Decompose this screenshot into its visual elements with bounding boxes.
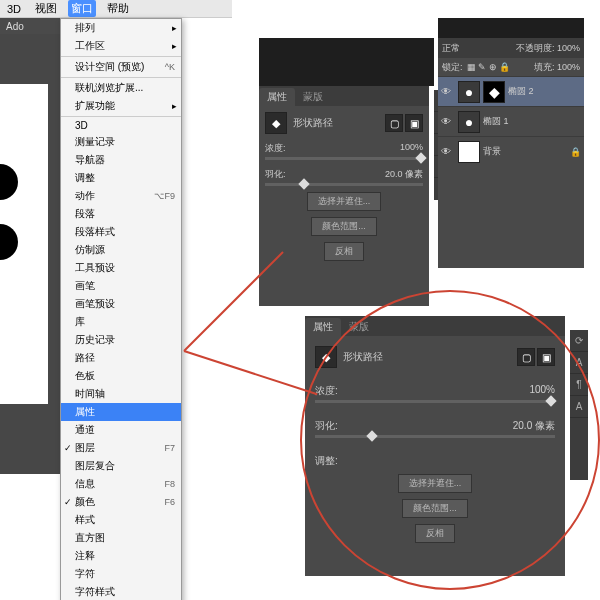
menu-item[interactable]: 时间轴: [61, 385, 181, 403]
layer-name[interactable]: 椭圆 1: [483, 115, 509, 128]
vector-mask-icon[interactable]: ▣: [405, 114, 423, 132]
menu-item[interactable]: 直方图: [61, 529, 181, 547]
adjust-label: 调整:: [315, 454, 338, 468]
menu-item[interactable]: 动作⌥F9: [61, 187, 181, 205]
menu-item[interactable]: 工作区: [61, 37, 181, 55]
menu-item[interactable]: 测量记录: [61, 133, 181, 151]
glyph-icon[interactable]: A: [570, 396, 588, 418]
menu-item[interactable]: 工具预设: [61, 259, 181, 277]
layer-item[interactable]: 👁 ● ◆ 椭圆 2: [438, 76, 584, 106]
shape-path-label: 形状路径: [293, 116, 333, 130]
menu-item[interactable]: 属性: [61, 403, 181, 421]
menu-item[interactable]: 通道: [61, 421, 181, 439]
pixel-mask-icon[interactable]: ▢: [517, 348, 535, 366]
select-and-mask-button[interactable]: 选择并遮住...: [307, 192, 382, 211]
lock-icon: 🔒: [570, 147, 581, 157]
mask-thumb: ◆: [483, 81, 505, 103]
para-icon[interactable]: ¶: [570, 374, 588, 396]
invert-button[interactable]: 反相: [415, 524, 455, 543]
feather-value: 20.0 像素: [513, 419, 555, 433]
tab-mask[interactable]: 蒙版: [295, 88, 331, 106]
menu-item[interactable]: 颜色F6: [61, 493, 181, 511]
layer-item[interactable]: 👁 背景 🔒: [438, 136, 584, 166]
color-range-button[interactable]: 颜色范围...: [311, 217, 377, 236]
char-icon[interactable]: A: [570, 352, 588, 374]
menu-item[interactable]: 联机浏览扩展...: [61, 79, 181, 97]
lock-label: 锁定:: [442, 61, 463, 74]
shape-ellipse-1[interactable]: [0, 164, 18, 200]
fill-label: 填充:: [534, 62, 555, 72]
menu-item[interactable]: 图层F7: [61, 439, 181, 457]
menubar: 3D 视图 窗口 帮助: [0, 0, 232, 18]
blend-mode[interactable]: 正常: [442, 42, 460, 55]
menu-item[interactable]: 信息F8: [61, 475, 181, 493]
pixel-mask-icon[interactable]: ▢: [385, 114, 403, 132]
menu-item[interactable]: 历史记录: [61, 331, 181, 349]
window-menu-dropdown[interactable]: 排列工作区设计空间 (预览)^K联机浏览扩展...扩展功能3D测量记录导航器调整…: [60, 18, 182, 600]
menu-item[interactable]: 段落样式: [61, 223, 181, 241]
color-range-button[interactable]: 颜色范围...: [402, 499, 468, 518]
menu-window[interactable]: 窗口: [68, 0, 96, 17]
layer-name[interactable]: 椭圆 2: [508, 85, 534, 98]
density-label: 浓度:: [265, 142, 286, 155]
layer-name[interactable]: 背景: [483, 145, 501, 158]
feather-label: 羽化:: [315, 419, 338, 433]
layers-panel: 正常 不透明度: 100% 锁定: ▦ ✎ ⊕ 🔒 填充: 100% 👁 ● ◆…: [438, 38, 584, 268]
dark-bg: [259, 38, 434, 86]
panel-tabs: 属性 蒙版: [259, 86, 429, 106]
canvas-area: [0, 34, 60, 474]
density-slider[interactable]: [315, 400, 555, 403]
opacity-value[interactable]: 100%: [557, 43, 580, 53]
mask-thumb-icon[interactable]: ◆: [315, 346, 337, 368]
visibility-icon[interactable]: 👁: [441, 116, 455, 127]
menu-item[interactable]: 注释: [61, 547, 181, 565]
feather-slider[interactable]: [315, 435, 555, 438]
menu-item[interactable]: 仿制源: [61, 241, 181, 259]
layer-thumb: ●: [458, 81, 480, 103]
menu-item[interactable]: 设计空间 (预览)^K: [61, 58, 181, 76]
dark-bg: [438, 18, 584, 38]
density-slider[interactable]: [265, 157, 423, 160]
menu-item[interactable]: 画笔预设: [61, 295, 181, 313]
menu-item[interactable]: 样式: [61, 511, 181, 529]
menu-help[interactable]: 帮助: [104, 0, 132, 17]
select-and-mask-button[interactable]: 选择并遮住...: [398, 474, 473, 493]
mask-thumb-icon[interactable]: ◆: [265, 112, 287, 134]
layer-thumb: [458, 141, 480, 163]
menu-item[interactable]: 库: [61, 313, 181, 331]
menu-item[interactable]: 画笔: [61, 277, 181, 295]
menu-item[interactable]: 段落: [61, 205, 181, 223]
menu-item[interactable]: 路径: [61, 349, 181, 367]
vector-mask-icon[interactable]: ▣: [537, 348, 555, 366]
menu-item[interactable]: 调整: [61, 169, 181, 187]
menu-item[interactable]: 排列: [61, 19, 181, 37]
menu-view[interactable]: 视图: [32, 0, 60, 17]
shape-ellipse-2[interactable]: [0, 224, 18, 260]
menu-item[interactable]: 字符样式: [61, 583, 181, 600]
layer-item[interactable]: 👁 ● 椭圆 1: [438, 106, 584, 136]
side-icon-strip: ⟳ A ¶ A: [570, 330, 588, 480]
tab-properties[interactable]: 属性: [259, 88, 295, 106]
invert-button[interactable]: 反相: [324, 242, 364, 261]
menu-item[interactable]: 导航器: [61, 151, 181, 169]
density-label: 浓度:: [315, 384, 338, 398]
tab-properties[interactable]: 属性: [305, 318, 341, 336]
visibility-icon[interactable]: 👁: [441, 146, 455, 157]
tab-mask[interactable]: 蒙版: [341, 318, 377, 336]
history-icon[interactable]: ⟳: [570, 330, 588, 352]
menu-item[interactable]: 图层复合: [61, 457, 181, 475]
visibility-icon[interactable]: 👁: [441, 86, 455, 97]
feather-slider[interactable]: [265, 183, 423, 186]
menu-item[interactable]: 字符: [61, 565, 181, 583]
properties-panel-small: 属性 蒙版 ◆ 形状路径 ▢ ▣ 浓度:100% 羽化:20.0 像素 选择并遮…: [259, 86, 429, 306]
menu-item[interactable]: 色板: [61, 367, 181, 385]
opacity-label: 不透明度:: [516, 43, 555, 53]
menu-item[interactable]: 扩展功能: [61, 97, 181, 115]
shape-path-label: 形状路径: [343, 350, 383, 364]
menu-item[interactable]: 3D: [61, 118, 181, 133]
fill-value[interactable]: 100%: [557, 62, 580, 72]
lock-icons[interactable]: ▦ ✎ ⊕ 🔒: [467, 62, 511, 72]
menu-3d[interactable]: 3D: [4, 2, 24, 16]
canvas[interactable]: [0, 84, 48, 404]
feather-value: 20.0 像素: [385, 168, 423, 181]
